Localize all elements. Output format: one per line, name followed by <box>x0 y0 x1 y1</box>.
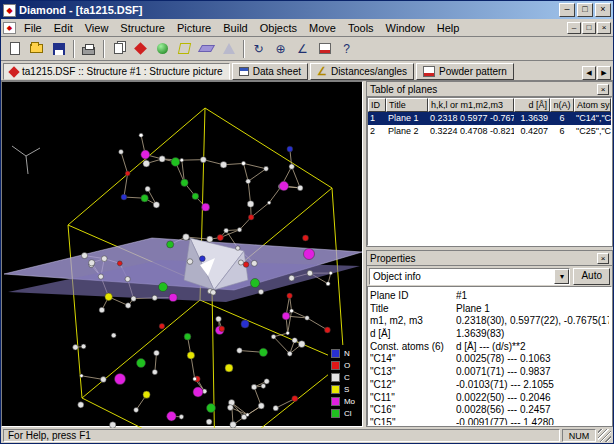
plane-icon <box>198 45 215 52</box>
column-header-id[interactable]: ID <box>368 98 386 112</box>
cell-id: 1 <box>368 112 386 125</box>
tab-distances-angles[interactable]: ∠ Distances/angles <box>310 63 414 80</box>
tab-powder-pattern[interactable]: Powder pattern <box>416 63 514 80</box>
properties-panel-header: Properties × <box>367 251 612 266</box>
cell-n: 6 <box>550 125 574 138</box>
column-header-n[interactable]: n(A) <box>550 98 574 112</box>
property-value: 0.0022(50) --- 0.2046 <box>456 392 609 405</box>
legend-swatch-C <box>331 373 340 382</box>
tab-data-sheet[interactable]: Data sheet <box>232 63 308 80</box>
planes-panel-title: Table of planes <box>370 84 597 95</box>
property-row: "C16"0.0028(56) --- 0.2457 <box>370 404 609 417</box>
menu-objects[interactable]: Objects <box>254 20 303 36</box>
menu-structure[interactable]: Structure <box>114 20 171 36</box>
menu-help[interactable]: Help <box>431 20 466 36</box>
menu-view[interactable]: View <box>79 20 115 36</box>
rotate-button[interactable]: ↻ <box>248 39 269 59</box>
structure-button[interactable] <box>130 39 151 59</box>
menu-file[interactable]: File <box>18 20 48 36</box>
plane-button[interactable] <box>196 39 217 59</box>
menu-tools[interactable]: Tools <box>342 20 380 36</box>
title-bar: ◆ Diamond - [ta1215.DSF] – □ × <box>1 1 613 19</box>
angles-button[interactable]: ∠ <box>292 39 313 59</box>
panel-close-icon: × <box>601 254 606 263</box>
property-key: Plane ID <box>370 290 456 303</box>
property-value: 0.2318(30), 0.5977(22), -0.7675(17) <box>456 315 609 328</box>
maximize-button[interactable]: □ <box>577 3 593 17</box>
powder-chart-icon <box>319 43 331 54</box>
mdi-restore-button[interactable]: □ <box>582 22 596 34</box>
property-row: Const. atoms (6)d [Å] --- (d/s)**2 <box>370 341 609 354</box>
window-title: Diamond - [ta1215.DSF] <box>19 4 557 16</box>
properties-panel-close-button[interactable]: × <box>597 253 609 264</box>
property-row: "C12"-0.0103(71) --- 2.1055 <box>370 379 609 392</box>
app-icon: ◆ <box>3 4 16 17</box>
print-button[interactable] <box>78 39 99 59</box>
menu-build[interactable]: Build <box>217 20 253 36</box>
powder-tab-icon <box>423 66 435 77</box>
legend-item: O <box>331 360 355 371</box>
menu-picture[interactable]: Picture <box>171 20 217 36</box>
table-row-plane-2[interactable]: 2 Plane 2 0.3224 0.4708 -0.8212 0.4207 6… <box>368 125 611 138</box>
mdi-minimize-button[interactable]: – <box>567 22 581 34</box>
legend-swatch-Cl <box>331 409 340 418</box>
properties-list: Plane ID#1 TitlePlane 1 m1, m2, m30.2318… <box>367 286 612 426</box>
combo-dropdown-button[interactable]: ▾ <box>554 269 569 284</box>
menu-edit[interactable]: Edit <box>48 20 79 36</box>
menu-window[interactable]: Window <box>380 20 431 36</box>
resize-grip[interactable] <box>598 429 611 442</box>
object-info-select[interactable]: Object info ▾ <box>369 268 570 285</box>
column-header-hkl[interactable]: h,k,l or m1,m2,m3 <box>428 98 514 112</box>
tab-diamond-icon <box>10 68 18 76</box>
unit-cell-button[interactable] <box>174 39 195 59</box>
new-button[interactable] <box>4 39 25 59</box>
cell-d: 0.4207 <box>514 125 550 138</box>
legend-item: C <box>331 372 355 383</box>
tab-scroll-right-button[interactable]: ▶ <box>597 66 611 80</box>
close-button[interactable]: × <box>595 3 611 17</box>
legend-label: O <box>344 361 350 370</box>
property-value: 0.0071(71) --- 0.9837 <box>456 366 609 379</box>
property-row: TitlePlane 1 <box>370 303 609 316</box>
help-button[interactable]: ? <box>336 39 357 59</box>
save-button[interactable] <box>48 39 69 59</box>
tab-label: Data sheet <box>253 66 301 77</box>
property-row: d [Å]1.3639(83) <box>370 328 609 341</box>
table-row-plane-1[interactable]: 1 Plane 1 0.2318 0.5977 -0.7675 1.3639 6… <box>368 112 611 125</box>
move-button[interactable]: ⊕ <box>270 39 291 59</box>
polyhedra-button[interactable] <box>218 39 239 59</box>
auto-button[interactable]: Auto <box>573 268 610 285</box>
structure-viewport[interactable]: N O C S Mo Cl <box>1 81 363 427</box>
unit-cell-icon <box>178 43 191 54</box>
property-row: "C11"0.0022(50) --- 0.2046 <box>370 392 609 405</box>
column-header-title[interactable]: Title <box>386 98 428 112</box>
column-header-d[interactable]: d [Å] <box>514 98 550 112</box>
status-bar: For Help, press F1 NUM <box>1 427 613 443</box>
tab-structure-picture[interactable]: ta1215.DSF :: Structure #1 : Structure p… <box>3 63 230 80</box>
move-icon: ⊕ <box>275 43 285 55</box>
planes-panel-close-button[interactable]: × <box>597 84 609 95</box>
object-info-value: Object info <box>370 271 554 282</box>
planes-table-header: ID Title h,k,l or m1,m2,m3 d [Å] n(A) At… <box>368 98 611 112</box>
powder-button[interactable] <box>314 39 335 59</box>
minimize-button[interactable]: – <box>559 3 575 17</box>
property-key: m1, m2, m3 <box>370 315 456 328</box>
toolbar-separator <box>243 40 245 58</box>
new-document-icon <box>10 42 20 55</box>
document-icon[interactable]: ◆ <box>3 22 16 34</box>
property-key: "C14" <box>370 353 456 366</box>
mdi-close-button[interactable]: × <box>597 22 611 34</box>
legend-label: N <box>344 349 350 358</box>
column-header-atoms[interactable]: Atom symbols <box>574 98 611 112</box>
menu-move[interactable]: Move <box>303 20 342 36</box>
open-button[interactable] <box>26 39 47 59</box>
cell-title: Plane 1 <box>386 112 428 125</box>
doc-diamond-icon: ◆ <box>7 24 12 31</box>
polyhedron-icon <box>223 43 235 54</box>
mdi-minimize-icon: – <box>572 23 576 32</box>
atoms-button[interactable] <box>152 39 173 59</box>
copy-button[interactable] <box>108 39 129 59</box>
status-help-text: For Help, press F1 <box>3 429 560 442</box>
property-row: "C15"-0.0091(77) --- 1.4280 <box>370 417 609 426</box>
tab-scroll-left-button[interactable]: ◀ <box>582 66 596 80</box>
